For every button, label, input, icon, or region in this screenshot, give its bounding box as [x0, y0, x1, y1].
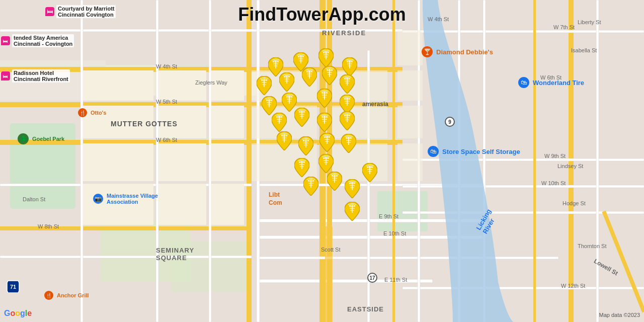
svg-rect-28	[403, 211, 644, 214]
svg-rect-23	[0, 256, 252, 258]
svg-rect-16	[319, 0, 326, 322]
map-svg	[0, 0, 644, 322]
svg-rect-48	[158, 184, 206, 225]
svg-rect-43	[83, 143, 153, 181]
map-data-credit: Map data ©2023	[599, 312, 640, 318]
svg-rect-62	[397, 30, 423, 65]
svg-rect-61	[397, 143, 423, 181]
svg-rect-35	[392, 0, 395, 322]
svg-rect-59	[397, 70, 423, 101]
svg-rect-20	[0, 29, 403, 32]
svg-rect-60	[397, 106, 423, 138]
route-shield-9: 9	[445, 117, 455, 127]
svg-rect-26	[403, 158, 644, 161]
svg-rect-46	[158, 106, 206, 138]
svg-rect-55	[252, 106, 317, 138]
svg-rect-52	[211, 184, 244, 225]
svg-rect-40	[596, 0, 599, 322]
map-container[interactable]: FindTowerApp.com W 4th St W 5th St W 6th…	[0, 0, 644, 322]
svg-rect-49	[211, 70, 244, 101]
svg-rect-39	[533, 0, 536, 322]
svg-rect-27	[403, 185, 644, 188]
svg-rect-29	[403, 287, 644, 289]
svg-rect-42	[83, 106, 153, 138]
route-shield-17: 17	[367, 273, 377, 283]
svg-rect-18	[247, 0, 252, 322]
svg-rect-64	[325, 226, 333, 322]
svg-rect-51	[211, 143, 244, 181]
svg-rect-58	[332, 143, 387, 181]
svg-rect-44	[83, 184, 153, 225]
svg-rect-41	[83, 70, 153, 101]
svg-rect-57	[252, 143, 317, 181]
svg-rect-24	[257, 257, 558, 259]
svg-rect-50	[211, 106, 244, 138]
svg-rect-31	[156, 0, 158, 322]
svg-rect-1	[10, 123, 75, 209]
svg-rect-56	[332, 106, 387, 138]
svg-rect-53	[252, 70, 317, 101]
svg-rect-32	[209, 0, 211, 322]
svg-rect-47	[158, 143, 206, 181]
svg-rect-12	[0, 226, 252, 230]
svg-rect-54	[332, 70, 387, 101]
svg-rect-45	[158, 70, 206, 101]
svg-rect-30	[80, 0, 83, 322]
svg-rect-15	[257, 279, 433, 283]
